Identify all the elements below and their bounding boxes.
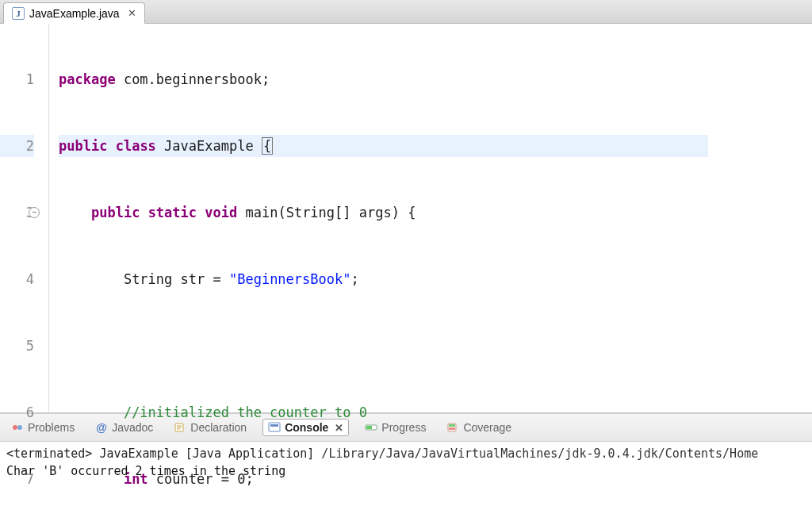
editor-tab[interactable]: J JavaExample.java ✕ [3,2,145,24]
fold-toggle-icon[interactable]: − [29,207,40,218]
code-line: int counter = 0; [59,468,708,490]
close-tab-icon[interactable]: ✕ [128,7,136,19]
line-number-gutter: 1 2 3− 4 5 6 7 8 9 10 11 12 13 14 15 16 … [0,24,49,412]
editor-tab-bar: J JavaExample.java ✕ [0,0,812,24]
code-line: public class JavaExample { [59,135,708,157]
code-line [59,335,708,357]
code-content[interactable]: package com.beginnersbook; public class … [49,24,708,412]
line-number: 2 [0,135,34,157]
code-editor[interactable]: 1 2 3− 4 5 6 7 8 9 10 11 12 13 14 15 16 … [0,24,812,412]
line-number: 6 [0,401,34,423]
editor-tab-filename: JavaExample.java [29,7,120,20]
line-number: 4 [0,268,34,290]
code-line: public static void main(String[] args) { [59,201,708,224]
line-number: 7 [0,468,34,490]
line-number: 5 [0,335,34,357]
code-line: //initialized the counter to 0 [59,401,708,423]
code-line: package com.beginnersbook; [59,68,708,90]
line-number: 1 [0,68,34,90]
java-file-icon: J [12,7,25,20]
line-number: 3− [0,201,34,224]
code-line: String str = "BeginnersBook"; [59,268,708,290]
